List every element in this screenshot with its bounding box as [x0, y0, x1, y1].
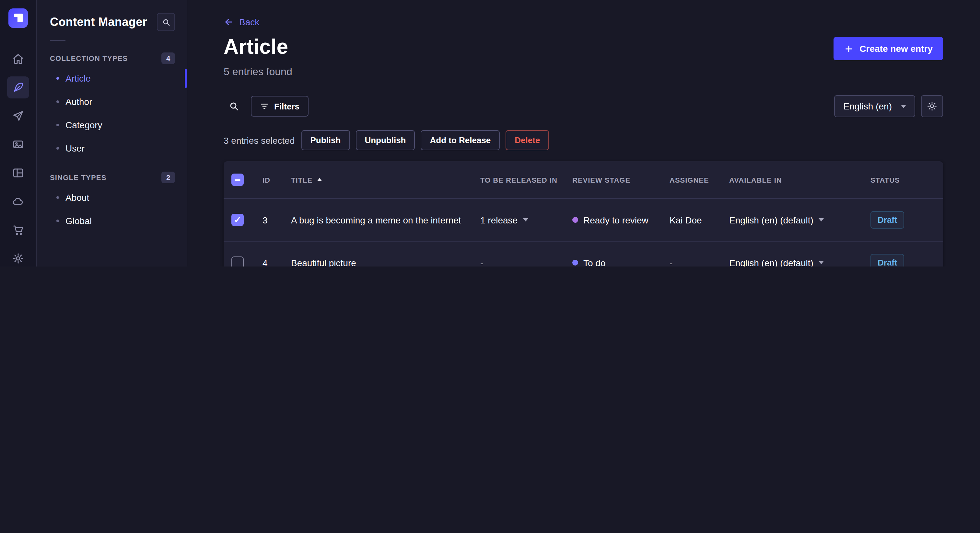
sidebar-item-label: Article [65, 73, 91, 84]
row-id: 4 [262, 257, 291, 266]
collection-types-section: COLLECTION TYPES 4 Article Author Catego… [37, 52, 187, 160]
filters-button[interactable]: Filters [251, 96, 309, 117]
stage-dot-icon [572, 217, 578, 223]
feather-icon [12, 82, 24, 93]
search-entries-button[interactable] [224, 96, 244, 117]
sidebar-divider [50, 40, 65, 41]
chevron-down-icon [819, 261, 824, 264]
sidebar-item-user[interactable]: User [37, 136, 187, 160]
table-body: 3 A bug is becoming a meme on the intern… [224, 198, 943, 266]
row-locale-dropdown[interactable]: English (en) (default) [729, 257, 870, 266]
home-nav-button[interactable] [7, 48, 29, 70]
row-assignee: - [670, 257, 729, 266]
publish-button[interactable]: Publish [301, 130, 350, 150]
section-label: COLLECTION TYPES [50, 54, 128, 62]
main-nav-rail: KD [0, 0, 37, 266]
sidebar-item-label: Category [65, 120, 102, 130]
locale-select-value: English (en) [843, 101, 892, 111]
sidebar-item-article[interactable]: Article [37, 67, 187, 90]
row-title: A bug is becoming a meme on the internet [291, 215, 480, 225]
entries-count-text: 5 entries found [224, 66, 943, 78]
sort-asc-icon [317, 178, 322, 181]
column-header-title[interactable]: TITLE [291, 176, 480, 184]
search-icon [229, 101, 239, 111]
back-link[interactable]: Back [224, 17, 259, 27]
row-review-stage: Ready to review [572, 215, 670, 225]
content-type-builder-nav-button[interactable] [7, 162, 29, 184]
strapi-logo[interactable] [8, 8, 28, 28]
status-badge: Draft [870, 254, 905, 266]
column-header-status: STATUS [870, 176, 935, 184]
sidebar-item-about[interactable]: About [37, 186, 187, 209]
releases-nav-button[interactable] [7, 105, 29, 127]
section-count-badge: 2 [161, 171, 175, 183]
cloud-icon [12, 195, 24, 207]
row-id: 3 [262, 215, 291, 225]
row-locale-dropdown[interactable]: English (en) (default) [729, 215, 870, 225]
sidebar-title: Content Manager [50, 15, 147, 29]
bullet-icon [56, 147, 59, 150]
chevron-down-icon [901, 105, 906, 108]
stage-dot-icon [572, 260, 578, 265]
section-count-badge: 4 [161, 52, 175, 64]
row-title: Beautiful picture [291, 257, 480, 266]
content-manager-nav-button[interactable] [7, 76, 29, 98]
filter-icon [260, 102, 269, 111]
row-assignee: Kai Doe [670, 215, 729, 225]
sidebar-item-global[interactable]: Global [37, 209, 187, 233]
row-review-stage: To do [572, 257, 670, 266]
table-header-row: ID TITLE TO BE RELEASED IN REVIEW STAGE … [224, 161, 943, 198]
plus-icon [844, 44, 854, 54]
selected-count-text: 3 entries selected [224, 135, 294, 145]
bullet-icon [56, 196, 59, 199]
gear-icon [12, 252, 24, 264]
gear-icon [927, 101, 937, 111]
sidebar-item-label: About [65, 192, 89, 203]
sidebar-search-button[interactable] [157, 13, 175, 31]
bullet-icon [56, 100, 59, 103]
table-row[interactable]: 4 Beautiful picture - To do - English (e… [224, 241, 943, 266]
column-header-available-in: AVAILABLE IN [729, 176, 870, 184]
arrow-left-icon [224, 17, 234, 27]
bullet-icon [56, 219, 59, 222]
bulk-actions-bar: 3 entries selected Publish Unpublish Add… [224, 130, 943, 150]
create-new-entry-button[interactable]: Create new entry [834, 37, 943, 60]
section-label: SINGLE TYPES [50, 174, 107, 181]
row-release-dropdown[interactable]: 1 release [480, 215, 572, 225]
search-icon [162, 18, 170, 26]
table-row[interactable]: 3 A bug is becoming a meme on the intern… [224, 198, 943, 241]
column-header-release: TO BE RELEASED IN [480, 176, 572, 184]
view-settings-button[interactable] [921, 95, 943, 117]
bullet-icon [56, 124, 59, 126]
sidebar-item-author[interactable]: Author [37, 90, 187, 113]
sidebar-item-label: Global [65, 216, 92, 226]
delete-button[interactable]: Delete [506, 130, 549, 150]
row-checkbox[interactable] [231, 257, 244, 266]
row-release-dropdown[interactable]: - [480, 257, 572, 266]
add-to-release-button[interactable]: Add to Release [421, 130, 500, 150]
locale-select[interactable]: English (en) [835, 95, 915, 117]
page-title: Article [224, 36, 288, 58]
column-header-id: ID [262, 176, 291, 184]
unpublish-button[interactable]: Unpublish [355, 130, 415, 150]
settings-nav-button[interactable] [7, 247, 29, 266]
column-header-review-stage: REVIEW STAGE [572, 176, 670, 184]
content-manager-sidebar: Content Manager COLLECTION TYPES 4 Artic… [37, 0, 187, 266]
bullet-icon [56, 77, 59, 80]
deploy-nav-button[interactable] [7, 190, 29, 213]
list-toolbar: Filters English (en) [224, 95, 943, 117]
status-badge: Draft [870, 211, 905, 228]
paper-plane-icon [12, 110, 24, 122]
chevron-down-icon [523, 218, 528, 222]
row-checkbox[interactable] [231, 214, 244, 226]
app-window: KD Content Manager COLLECTION TYPES 4 Ar… [0, 0, 980, 266]
main-content: Back Article Create new entry 5 entries … [187, 0, 980, 266]
sidebar-item-label: User [65, 143, 84, 154]
select-all-checkbox[interactable] [231, 174, 244, 186]
media-library-nav-button[interactable] [7, 133, 29, 155]
layout-icon [12, 167, 24, 179]
marketplace-nav-button[interactable] [7, 219, 29, 241]
home-icon [12, 53, 24, 65]
sidebar-item-category[interactable]: Category [37, 113, 187, 136]
sidebar-item-label: Author [65, 97, 92, 107]
